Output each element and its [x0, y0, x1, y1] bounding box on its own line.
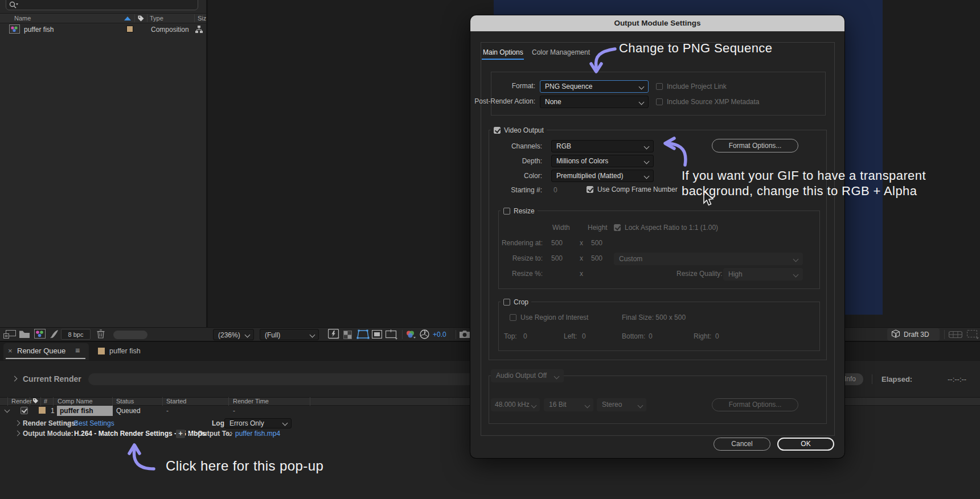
- starting-label: Starting #:: [470, 186, 542, 194]
- adjustment-icon[interactable]: [50, 329, 59, 340]
- column-type[interactable]: Type: [150, 15, 163, 22]
- chevron-down-icon: [310, 332, 315, 338]
- after-effects-window: Name Type Siz puffer fish Composition 8 …: [0, 0, 980, 499]
- region-of-interest-icon[interactable]: [356, 329, 370, 341]
- draft-3d-button[interactable]: Draft 3D: [887, 328, 940, 341]
- column-render-time[interactable]: Render Time: [233, 398, 269, 405]
- add-output-module-button[interactable]: +: [176, 430, 185, 438]
- chevron-down-icon: [585, 403, 591, 409]
- project-panel: [0, 0, 207, 342]
- viewer-zoom-dropdown[interactable]: (236%): [213, 329, 254, 340]
- interpret-footage-icon[interactable]: [3, 330, 16, 340]
- render-enabled-checkbox[interactable]: [20, 407, 28, 414]
- close-icon[interactable]: ×: [8, 347, 13, 355]
- column-name[interactable]: Name: [14, 15, 31, 22]
- chevron-down-icon: [639, 100, 645, 105]
- tab-comp-label[interactable]: puffer fish: [109, 347, 141, 355]
- format-dropdown[interactable]: PNG Sequence: [540, 80, 649, 93]
- video-format-options-button[interactable]: Format Options...: [712, 139, 798, 152]
- new-composition-icon[interactable]: [34, 329, 46, 340]
- crop-top-value: 0: [523, 332, 527, 340]
- bit-depth-label: 8 bpc: [68, 331, 84, 338]
- bit-depth-button[interactable]: 8 bpc: [61, 329, 91, 340]
- ok-button[interactable]: OK: [777, 438, 834, 451]
- label-color-column-icon[interactable]: [32, 398, 39, 406]
- mask-visibility-icon[interactable]: [372, 330, 382, 340]
- label-color-column-icon[interactable]: [137, 15, 145, 24]
- post-render-dropdown[interactable]: None: [540, 96, 649, 108]
- column-size[interactable]: Siz: [198, 15, 206, 22]
- sort-ascending-icon[interactable]: [124, 17, 131, 20]
- exposure-icon[interactable]: [420, 329, 429, 341]
- crop-top-label: Top:: [504, 332, 517, 340]
- annotation-popup: Click here for this pop-up: [166, 458, 323, 474]
- render-settings-link[interactable]: Best Settings: [74, 419, 114, 427]
- trash-icon[interactable]: [97, 329, 105, 340]
- tab-render-queue-label[interactable]: Render Queue: [17, 347, 65, 355]
- channels-dropdown[interactable]: RGB: [551, 140, 654, 152]
- transparency-grid-icon[interactable]: [343, 331, 352, 341]
- info-label: Info: [844, 375, 856, 383]
- color-dropdown[interactable]: Premultiplied (Matted): [551, 170, 654, 182]
- resize-checkbox[interactable]: [503, 208, 510, 215]
- dialog-titlebar[interactable]: Output Module Settings: [470, 15, 844, 31]
- channel-color-icon[interactable]: [405, 330, 417, 341]
- video-format-options-label: Format Options...: [729, 142, 782, 150]
- tab-color-management[interactable]: Color Management: [532, 48, 590, 56]
- column-num[interactable]: #: [44, 398, 47, 405]
- output-module-link[interactable]: H.264 - Match Render Settings - 15 Mbps: [74, 430, 206, 438]
- include-xmp-label: Include Source XMP Metadata: [667, 98, 760, 106]
- rendering-at-height: 500: [591, 239, 602, 247]
- resize-preset-dropdown: Custom: [614, 253, 803, 265]
- final-size-label: Final Size: 500 x 500: [622, 314, 686, 321]
- resize-quality-dropdown: High: [723, 268, 803, 281]
- column-started[interactable]: Started: [166, 398, 186, 405]
- column-status[interactable]: Status: [116, 398, 134, 405]
- project-footer-pill: [113, 331, 147, 339]
- label-color-swatch[interactable]: [126, 26, 133, 32]
- view-layout-icon[interactable]: [967, 330, 979, 341]
- post-render-label: Post-Render Action:: [470, 97, 535, 105]
- rendering-at-width: 500: [551, 239, 563, 247]
- crop-checkbox[interactable]: [503, 299, 510, 306]
- project-item-type: Composition: [151, 26, 189, 34]
- chevron-down-icon: [644, 159, 650, 164]
- minus-icon[interactable]: −: [188, 429, 192, 438]
- crop-right-value: 0: [715, 332, 719, 340]
- render-grid-icon[interactable]: [949, 330, 962, 341]
- crop-bottom-label: Bottom:: [622, 332, 645, 340]
- cancel-button[interactable]: Cancel: [714, 438, 770, 451]
- audio-output-dropdown[interactable]: Audio Output Off: [491, 369, 564, 382]
- starting-value[interactable]: 0: [553, 186, 557, 194]
- queue-row-num: 1: [51, 407, 55, 415]
- output-to-link[interactable]: puffer fish.mp4: [235, 430, 280, 438]
- cube-3d-icon: [891, 329, 900, 340]
- queue-row-comp-name-cell[interactable]: puffer fish: [57, 406, 113, 416]
- snapshot-camera-icon[interactable]: [459, 330, 470, 340]
- format-label: Format:: [470, 82, 535, 90]
- panel-divider[interactable]: [206, 0, 208, 342]
- column-comp-name[interactable]: Comp Name: [58, 398, 93, 405]
- use-comp-frame-checkbox[interactable]: [587, 186, 593, 193]
- cancel-label: Cancel: [731, 440, 752, 448]
- composition-region-icon[interactable]: [386, 329, 399, 341]
- project-search-input[interactable]: [6, 0, 198, 10]
- resize-pct-label: Resize %:: [470, 270, 543, 278]
- tab-main-options[interactable]: Main Options: [483, 48, 523, 56]
- audio-channels-value: Stereo: [602, 401, 622, 409]
- flowchart-icon[interactable]: [195, 25, 203, 35]
- new-folder-icon[interactable]: [19, 330, 30, 340]
- log-dropdown[interactable]: Errors Only: [224, 418, 292, 428]
- include-xmp-checkbox[interactable]: [656, 98, 663, 105]
- project-item-name[interactable]: puffer fish: [24, 26, 54, 34]
- video-output-checkbox[interactable]: [494, 127, 501, 134]
- depth-dropdown[interactable]: Millions of Colors: [551, 155, 654, 167]
- include-project-link-checkbox[interactable]: [656, 83, 663, 90]
- fast-previews-icon[interactable]: [328, 329, 340, 341]
- column-render[interactable]: Render: [11, 398, 32, 405]
- panel-menu-icon[interactable]: ≡: [75, 346, 80, 355]
- exposure-value[interactable]: +0.0: [433, 331, 446, 339]
- viewer-resolution-dropdown[interactable]: (Full): [260, 329, 319, 340]
- queue-row-swatch[interactable]: [39, 407, 46, 414]
- rendering-at-label: Rendering at:: [470, 239, 543, 247]
